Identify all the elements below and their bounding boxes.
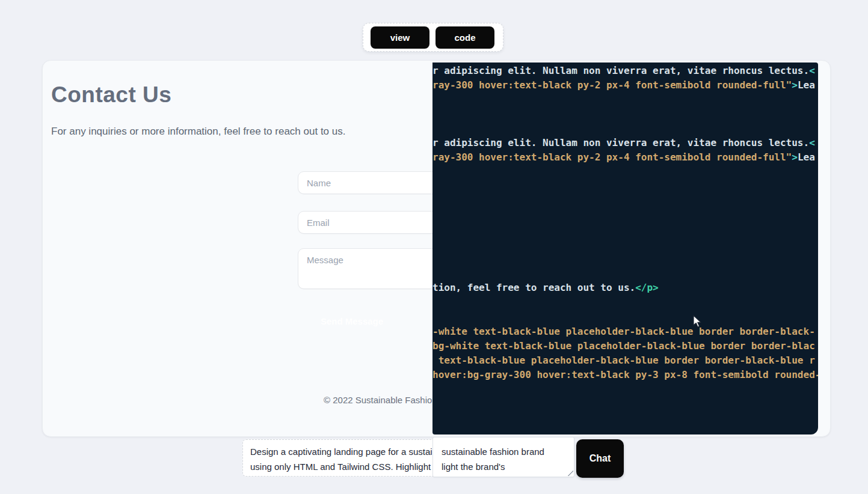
code-segment: ray-300 hover:text-black py-2 px-4 font-… — [432, 79, 792, 91]
code-line: text-black-blue placeholder-black-blue b… — [432, 354, 818, 367]
view-code-toggle: view code — [363, 23, 503, 52]
code-line: r adipiscing elit. Nullam non viverra er… — [432, 64, 818, 78]
code-line: -white text-black-blue placeholder-black… — [432, 325, 818, 338]
page-subtitle: For any inquiries or more information, f… — [51, 126, 345, 138]
code-segment: text-black-blue placeholder-black-blue b… — [432, 355, 815, 366]
code-line: tion, feel free to reach out to us.</p> — [432, 281, 818, 294]
chat-button[interactable]: Chat — [576, 439, 624, 478]
prompt-overlay-textarea[interactable]: sustainable fashion brand light the bran… — [432, 437, 574, 477]
code-line: ray-300 hover:text-black py-2 px-4 font-… — [432, 151, 818, 164]
code-line: bg-white text-black-blue placeholder-bla… — [432, 340, 818, 353]
footer-copyright: © 2022 Sustainable Fashion — [324, 395, 437, 405]
code-segment: > — [792, 79, 798, 91]
code-segment: r adipiscing elit. Nullam non viverra er… — [432, 65, 809, 76]
code-line: r adipiscing elit. Nullam non viverra er… — [432, 136, 818, 150]
code-segment: < — [809, 65, 815, 76]
code-segment: Lea — [798, 79, 815, 91]
code-segment: </p> — [635, 282, 659, 293]
send-message-button[interactable]: Send Message — [298, 312, 406, 330]
code-segment: bg-white text-black-blue placeholder-bla… — [432, 340, 815, 352]
code-line: ray-300 hover:text-black py-2 px-4 font-… — [432, 79, 818, 92]
code-segment: > — [792, 151, 798, 163]
code-segment: -white text-black-blue placeholder-black… — [432, 326, 815, 337]
page-title: Contact Us — [51, 82, 171, 108]
code-segment: ray-300 hover:text-black py-2 px-4 font-… — [432, 151, 792, 163]
code-segment: < — [809, 137, 815, 148]
code-segment: r adipiscing elit. Nullam non viverra er… — [432, 137, 809, 148]
code-segment: hover:bg-gray-300 hover:text-black py-3 … — [432, 369, 818, 380]
code-line: hover:bg-gray-300 hover:text-black py-3 … — [432, 368, 818, 382]
code-segment: Lea — [798, 151, 815, 163]
code-button[interactable]: code — [436, 26, 494, 49]
view-button[interactable]: view — [371, 26, 429, 49]
code-segment: tion, feel free to reach out to us. — [432, 282, 635, 293]
code-editor[interactable]: r adipiscing elit. Nullam non viverra er… — [432, 63, 818, 435]
